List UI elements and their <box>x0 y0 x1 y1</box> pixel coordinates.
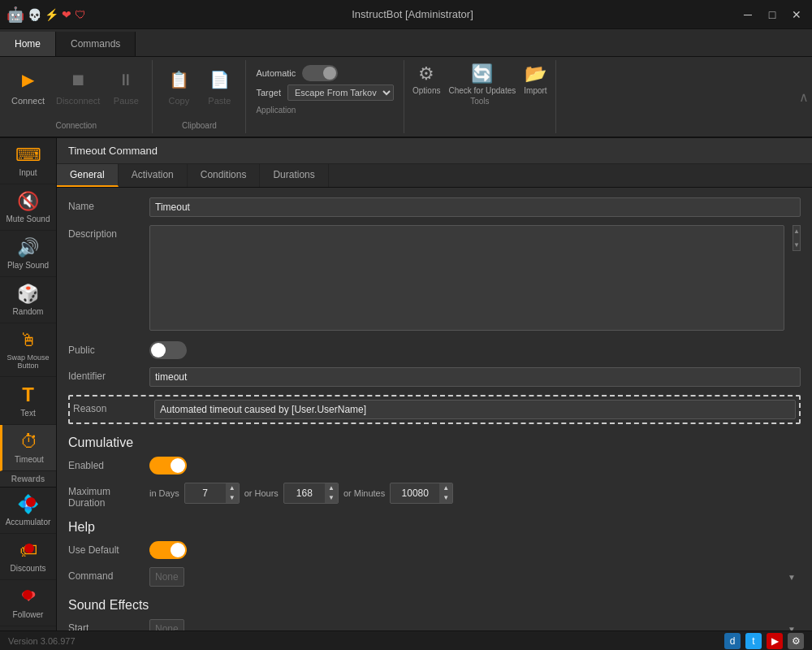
minutes-spinbox: ▲ ▼ <box>390 483 453 504</box>
sidebar-item-accumulator[interactable]: 💠 Accumulator <box>0 488 56 534</box>
twitter-icon[interactable]: t <box>745 633 762 649</box>
import-button[interactable]: 📂 Import <box>524 63 546 95</box>
scroll-up-btn[interactable]: ▲ <box>792 226 801 236</box>
pause-button[interactable]: ⏸ Pause <box>108 63 144 107</box>
name-input[interactable] <box>149 197 801 217</box>
tab-general[interactable]: General <box>57 164 119 187</box>
close-button[interactable]: ✕ <box>788 6 806 24</box>
options-button[interactable]: ⚙ Options <box>412 63 440 95</box>
ribbon-clipboard-group: 📋 Copy 📄 Paste Clipboard <box>153 60 246 133</box>
target-dropdown[interactable]: Escape From Tarkov <box>287 84 394 101</box>
status-bar: Version 3.06.977 d t ▶ ⚙ <box>0 630 812 650</box>
pause-icon: ⏸ <box>111 65 140 94</box>
paste-icon: 📄 <box>205 65 234 94</box>
or-minutes-label: or Minutes <box>343 488 385 498</box>
clipboard-label: Clipboard <box>182 121 217 130</box>
description-wrap <box>149 225 793 333</box>
disconnect-button[interactable]: ⏹ Disconnect <box>53 63 103 107</box>
days-up-btn[interactable]: ▲ <box>226 483 239 493</box>
window-controls: ─ □ ✕ <box>739 6 806 24</box>
content-tabs: General Activation Conditions Durations <box>57 164 812 188</box>
command-dropdown-arrow: ▼ <box>788 573 796 582</box>
input-icon: ⌨ <box>15 145 41 166</box>
nav-tab-home[interactable]: Home <box>0 32 56 56</box>
icon2: ⚡ <box>45 8 58 21</box>
days-down-btn[interactable]: ▼ <box>226 493 239 503</box>
sidebar-item-text-label: Text <box>20 409 35 418</box>
reason-label: Reason <box>73 400 154 414</box>
command-dropdown[interactable]: None <box>149 567 184 587</box>
reason-input[interactable] <box>154 400 796 419</box>
discounts-badge <box>24 544 34 553</box>
maximize-button[interactable]: □ <box>763 6 781 24</box>
minutes-input[interactable] <box>391 485 439 501</box>
max-duration-row: Maximum Duration in Days ▲ ▼ or Hours <box>68 483 801 509</box>
check-updates-icon: 🔄 <box>471 63 493 84</box>
automatic-toggle[interactable] <box>302 65 338 81</box>
minutes-up-btn[interactable]: ▲ <box>439 483 452 493</box>
days-input[interactable] <box>185 485 226 501</box>
reason-row: Reason <box>68 395 801 424</box>
minutes-down-btn[interactable]: ▼ <box>439 493 452 503</box>
hours-up-btn[interactable]: ▲ <box>325 483 338 493</box>
main-area: ⌨ Input 🔇 Mute Sound 🔊 Play Sound 🎲 Rand… <box>0 138 812 645</box>
tab-durations[interactable]: Durations <box>260 164 328 187</box>
ribbon-tools-group: ⚙ Options 🔄 Check for Updates 📂 Import T… <box>404 60 556 133</box>
ribbon-collapse-btn[interactable]: ∧ <box>799 89 809 105</box>
nav-tabs: Home Commands <box>0 29 812 57</box>
sidebar-item-follower[interactable]: ❤ Follower <box>0 580 56 626</box>
mute-sound-icon: 🔇 <box>17 191 39 212</box>
sidebar-item-random[interactable]: 🎲 Random <box>0 277 56 323</box>
sidebar-item-input[interactable]: ⌨ Input <box>0 138 56 184</box>
hours-down-btn[interactable]: ▼ <box>325 493 338 503</box>
public-toggle-knob <box>151 343 166 358</box>
sidebar-item-text[interactable]: T Text <box>0 377 56 425</box>
hours-spinbox: ▲ ▼ <box>283 483 339 504</box>
sidebar-item-timeout[interactable]: ⏱ Timeout <box>0 425 56 471</box>
tab-conditions[interactable]: Conditions <box>188 164 261 187</box>
settings-icon[interactable]: ⚙ <box>788 633 804 649</box>
command-dropdown-wrap: None ▼ <box>149 567 801 587</box>
sidebar-item-play-label: Play Sound <box>7 261 49 270</box>
max-duration-label: Maximum Duration <box>68 483 149 509</box>
sidebar-item-play-sound[interactable]: 🔊 Play Sound <box>0 231 56 277</box>
sidebar-item-discounts-label: Discounts <box>11 564 46 573</box>
connect-button[interactable]: ▶ Connect <box>8 63 48 107</box>
check-updates-button[interactable]: 🔄 Check for Updates <box>448 63 516 95</box>
icon4: 🛡 <box>75 8 86 21</box>
use-default-toggle[interactable] <box>149 541 187 559</box>
discord-icon[interactable]: d <box>724 633 741 649</box>
timeout-icon: ⏱ <box>20 431 38 453</box>
copy-icon: 📋 <box>164 65 193 94</box>
description-label: Description <box>68 225 149 240</box>
window-title: InstructBot [Administrator] <box>86 8 739 20</box>
youtube-icon[interactable]: ▶ <box>767 633 783 649</box>
connection-label: Connection <box>55 121 97 130</box>
enabled-label: Enabled <box>68 457 149 471</box>
hours-input[interactable] <box>284 485 325 501</box>
sidebar-item-swap-mouse[interactable]: 🖱 Swap Mouse Button <box>0 323 56 377</box>
identifier-input[interactable] <box>149 367 801 387</box>
status-icons: d t ▶ ⚙ <box>724 633 804 649</box>
or-hours-label: or Hours <box>244 488 279 498</box>
minimize-button[interactable]: ─ <box>739 6 757 24</box>
copy-button[interactable]: 📋 Copy <box>161 63 197 107</box>
enabled-toggle[interactable] <box>149 457 187 474</box>
app-icons: 🤖 💀 ⚡ ❤ 🛡 <box>6 6 86 24</box>
command-row: Command None ▼ <box>68 567 801 587</box>
description-input[interactable] <box>149 225 784 331</box>
ribbon-application-group: Automatic Target Escape From Tarkov Appl… <box>246 60 404 133</box>
description-scrollbar[interactable]: ▲ ▼ <box>793 225 801 251</box>
scroll-down-btn[interactable]: ▼ <box>792 240 801 250</box>
paste-button[interactable]: 📄 Paste <box>201 63 237 107</box>
sidebar-item-discounts[interactable]: 🏷 Discounts <box>0 534 56 580</box>
nav-tab-commands[interactable]: Commands <box>56 32 136 56</box>
tab-activation[interactable]: Activation <box>119 164 188 187</box>
tools-buttons: ⚙ Options 🔄 Check for Updates 📂 Import <box>412 63 547 95</box>
name-row: Name <box>68 197 801 217</box>
public-label: Public <box>68 341 149 356</box>
sidebar-item-mute-sound[interactable]: 🔇 Mute Sound <box>0 184 56 231</box>
use-default-label: Use Default <box>68 541 149 556</box>
public-toggle[interactable] <box>149 341 187 359</box>
connect-icon: ▶ <box>13 65 42 94</box>
